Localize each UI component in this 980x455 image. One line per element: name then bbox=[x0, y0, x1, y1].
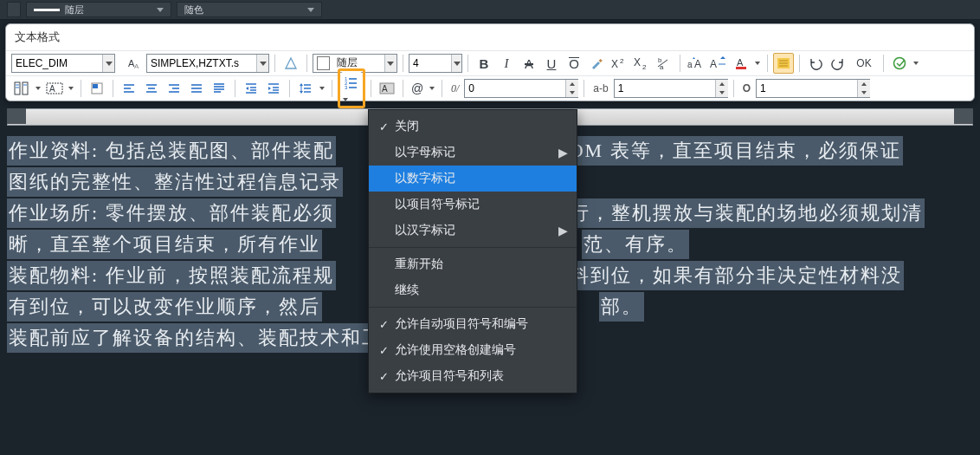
separator bbox=[733, 80, 734, 97]
spin-up-icon[interactable] bbox=[857, 80, 870, 88]
spin-down-icon[interactable] bbox=[565, 88, 578, 97]
numbering-dropdown[interactable] bbox=[341, 98, 350, 101]
menu-item-hanzi[interactable]: 以汉字标记▶ bbox=[369, 218, 577, 244]
svg-text:A: A bbox=[737, 57, 744, 68]
text-format-panel: 文本格式 AA 随层 B I A U O X2 bbox=[5, 23, 975, 101]
top-color-combo[interactable]: 随色 bbox=[177, 2, 322, 17]
svg-text:A: A bbox=[710, 58, 717, 70]
tracking-value[interactable] bbox=[465, 81, 565, 96]
spin-down-icon[interactable] bbox=[715, 88, 728, 97]
subscript-button[interactable]: X2 bbox=[631, 53, 652, 74]
menu-divider bbox=[369, 247, 577, 248]
line-spacing-button[interactable] bbox=[295, 78, 316, 99]
top-layer-combo[interactable]: 随层 bbox=[26, 2, 171, 17]
align-left-button[interactable] bbox=[119, 78, 139, 99]
indent-increase-button[interactable] bbox=[263, 78, 284, 99]
font-color-dropdown[interactable] bbox=[753, 62, 762, 65]
stack-fraction-button[interactable]: ba bbox=[654, 53, 674, 74]
menu-item-continue[interactable]: 继续 bbox=[369, 277, 577, 303]
text-segment[interactable]: 行，整机摆放与装配的场地必须规划清 bbox=[568, 198, 925, 228]
text-segment[interactable]: 作业资料: 包括总装配图、部件装配 bbox=[7, 136, 336, 166]
redo-button[interactable] bbox=[828, 53, 848, 74]
mtext-frame-button[interactable]: A bbox=[44, 78, 65, 99]
ab-input[interactable] bbox=[614, 79, 728, 98]
numbering-button[interactable]: 123 bbox=[341, 72, 362, 93]
menu-item-auto-number[interactable]: ✓允许自动项目符号和编号 bbox=[369, 311, 577, 337]
align-justify-button[interactable] bbox=[186, 78, 207, 99]
chevron-down-icon bbox=[256, 55, 268, 72]
insert-symbol-button[interactable]: @ bbox=[409, 78, 426, 99]
o-input[interactable] bbox=[756, 79, 870, 98]
separator bbox=[442, 80, 442, 97]
top-layer-value: 随层 bbox=[65, 3, 84, 16]
menu-item-off[interactable]: ✓关闭 bbox=[369, 114, 577, 140]
text-segment[interactable]: 料到位，如果有部分非决定性材料没 bbox=[568, 261, 904, 290]
underline-button[interactable]: U bbox=[541, 53, 562, 74]
submenu-arrow-icon: ▶ bbox=[556, 146, 568, 159]
ok-button[interactable]: OK bbox=[850, 53, 878, 74]
panel-title: 文本格式 bbox=[6, 24, 974, 50]
text-segment[interactable]: 有到位，可以改变作业顺序，然后 bbox=[7, 292, 322, 322]
spin-up-icon[interactable] bbox=[565, 80, 578, 88]
align-center-button[interactable] bbox=[141, 78, 162, 99]
text-segment[interactable]: 范、有序。 bbox=[582, 230, 689, 259]
chevron-down-icon bbox=[307, 8, 314, 12]
ab-value[interactable] bbox=[615, 81, 715, 96]
tracking-input[interactable] bbox=[464, 79, 578, 98]
insert-symbol-dropdown[interactable] bbox=[428, 87, 436, 90]
text-segment[interactable]: 作业场所: 零件摆放、部件装配必须 bbox=[7, 198, 336, 228]
annotative-icon[interactable] bbox=[280, 53, 301, 74]
style-value[interactable] bbox=[12, 55, 102, 71]
bold-button[interactable]: B bbox=[474, 53, 494, 74]
font-color-button[interactable]: A bbox=[731, 53, 751, 74]
options-button[interactable] bbox=[889, 53, 910, 74]
menu-item-allow-list[interactable]: ✓允许项目符号和列表 bbox=[369, 363, 577, 389]
align-right-button[interactable] bbox=[164, 78, 184, 99]
menu-item-space-number[interactable]: ✓允许使用空格创建编号 bbox=[369, 337, 577, 363]
text-segment[interactable]: 晰，直至整个项目结束，所有作业 bbox=[7, 230, 322, 259]
line-spacing-dropdown[interactable] bbox=[318, 87, 326, 90]
svg-text:A: A bbox=[134, 62, 139, 70]
indent-decrease-button[interactable] bbox=[241, 78, 261, 99]
justify-tl-button[interactable] bbox=[87, 78, 107, 99]
italic-button[interactable]: I bbox=[496, 53, 517, 74]
font-value[interactable] bbox=[147, 55, 256, 71]
svg-rect-2 bbox=[599, 59, 603, 62]
text-segment[interactable]: 部。 bbox=[599, 292, 644, 322]
overline-button[interactable]: O bbox=[564, 53, 584, 74]
menu-item-alpha[interactable]: 以字母标记▶ bbox=[369, 140, 577, 166]
check-icon: ✓ bbox=[372, 120, 395, 133]
separator bbox=[289, 80, 290, 97]
highlight-button[interactable] bbox=[773, 53, 794, 74]
brush-icon[interactable] bbox=[586, 53, 607, 74]
align-distribute-button[interactable] bbox=[209, 78, 229, 99]
separator bbox=[583, 80, 584, 97]
svg-text:A: A bbox=[49, 84, 55, 94]
superscript-button[interactable]: X2 bbox=[609, 53, 629, 74]
spin-up-icon[interactable] bbox=[715, 80, 728, 88]
menu-item-restart[interactable]: 重新开始 bbox=[369, 251, 577, 277]
text-height-combo[interactable] bbox=[409, 54, 462, 73]
strikethrough-button[interactable]: A bbox=[519, 53, 539, 74]
menu-item-bullets[interactable]: 以项目符号标记 bbox=[369, 192, 577, 218]
style-combo[interactable] bbox=[11, 54, 115, 73]
mtext-frame-dropdown[interactable] bbox=[67, 87, 75, 90]
text-segment[interactable]: 图纸的完整性、整洁性过程信息记录 bbox=[7, 167, 343, 197]
menu-item-numeric[interactable]: 以数字标记 bbox=[369, 166, 577, 192]
font-preview-icon[interactable]: AA bbox=[124, 53, 145, 74]
o-value[interactable] bbox=[757, 81, 857, 96]
text-segment[interactable]: OM 表等，直至项目结束，必须保证 bbox=[568, 136, 903, 166]
options-dropdown[interactable] bbox=[912, 62, 920, 65]
spin-down-icon[interactable] bbox=[857, 88, 870, 97]
columns-dropdown[interactable] bbox=[34, 87, 42, 90]
change-case-button[interactable]: aA bbox=[686, 53, 706, 74]
columns-button[interactable] bbox=[11, 78, 32, 99]
font-combo[interactable] bbox=[146, 54, 269, 73]
text-segment[interactable]: 装配物料: 作业前，按照装配流程规 bbox=[7, 261, 336, 290]
separator bbox=[371, 80, 371, 97]
text-height-value[interactable] bbox=[409, 55, 451, 71]
undo-button[interactable] bbox=[805, 53, 826, 74]
svg-text:X: X bbox=[634, 56, 641, 68]
insert-field-button[interactable]: A bbox=[377, 78, 397, 99]
clear-format-button[interactable]: A bbox=[708, 53, 729, 74]
